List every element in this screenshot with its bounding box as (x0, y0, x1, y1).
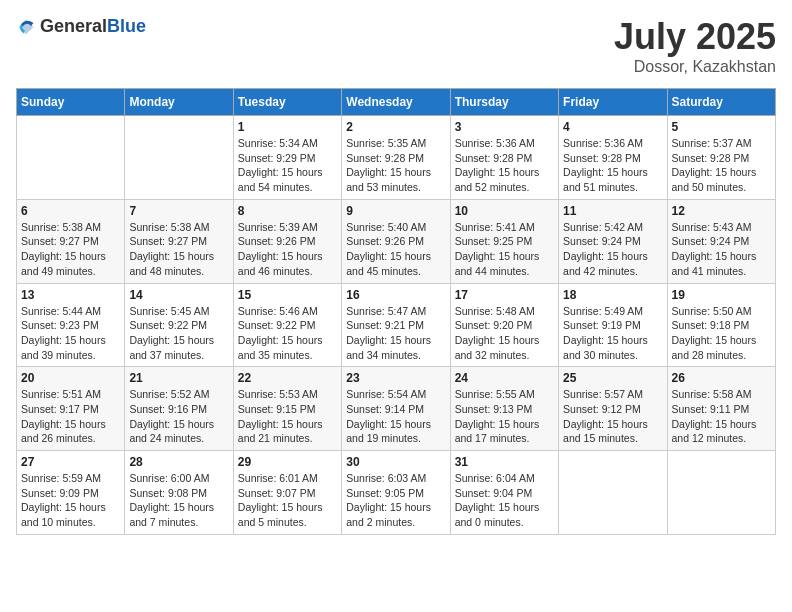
day-info: Sunrise: 5:46 AMSunset: 9:22 PMDaylight:… (238, 304, 337, 363)
calendar-cell: 3Sunrise: 5:36 AMSunset: 9:28 PMDaylight… (450, 116, 558, 200)
day-number: 2 (346, 120, 445, 134)
day-number: 26 (672, 371, 771, 385)
day-info: Sunrise: 6:01 AMSunset: 9:07 PMDaylight:… (238, 471, 337, 530)
logo-icon (16, 17, 36, 37)
weekday-header-sunday: Sunday (17, 89, 125, 116)
day-number: 27 (21, 455, 120, 469)
calendar-cell: 13Sunrise: 5:44 AMSunset: 9:23 PMDayligh… (17, 283, 125, 367)
day-number: 3 (455, 120, 554, 134)
logo: GeneralBlue (16, 16, 146, 37)
day-number: 28 (129, 455, 228, 469)
weekday-header-tuesday: Tuesday (233, 89, 341, 116)
calendar-cell: 31Sunrise: 6:04 AMSunset: 9:04 PMDayligh… (450, 451, 558, 535)
calendar-cell: 14Sunrise: 5:45 AMSunset: 9:22 PMDayligh… (125, 283, 233, 367)
day-info: Sunrise: 5:55 AMSunset: 9:13 PMDaylight:… (455, 387, 554, 446)
day-info: Sunrise: 5:43 AMSunset: 9:24 PMDaylight:… (672, 220, 771, 279)
day-info: Sunrise: 5:36 AMSunset: 9:28 PMDaylight:… (455, 136, 554, 195)
day-info: Sunrise: 5:49 AMSunset: 9:19 PMDaylight:… (563, 304, 662, 363)
location-title: Dossor, Kazakhstan (614, 58, 776, 76)
calendar-table: SundayMondayTuesdayWednesdayThursdayFrid… (16, 88, 776, 535)
calendar-cell: 10Sunrise: 5:41 AMSunset: 9:25 PMDayligh… (450, 199, 558, 283)
day-info: Sunrise: 5:47 AMSunset: 9:21 PMDaylight:… (346, 304, 445, 363)
day-number: 13 (21, 288, 120, 302)
weekday-header-friday: Friday (559, 89, 667, 116)
calendar-cell: 18Sunrise: 5:49 AMSunset: 9:19 PMDayligh… (559, 283, 667, 367)
calendar-cell: 26Sunrise: 5:58 AMSunset: 9:11 PMDayligh… (667, 367, 775, 451)
day-number: 24 (455, 371, 554, 385)
day-number: 14 (129, 288, 228, 302)
calendar-cell: 11Sunrise: 5:42 AMSunset: 9:24 PMDayligh… (559, 199, 667, 283)
weekday-header-monday: Monday (125, 89, 233, 116)
calendar-cell: 21Sunrise: 5:52 AMSunset: 9:16 PMDayligh… (125, 367, 233, 451)
weekday-header-row: SundayMondayTuesdayWednesdayThursdayFrid… (17, 89, 776, 116)
month-title: July 2025 (614, 16, 776, 58)
logo-text: GeneralBlue (40, 16, 146, 37)
day-number: 17 (455, 288, 554, 302)
calendar-cell: 28Sunrise: 6:00 AMSunset: 9:08 PMDayligh… (125, 451, 233, 535)
day-number: 29 (238, 455, 337, 469)
calendar-cell: 4Sunrise: 5:36 AMSunset: 9:28 PMDaylight… (559, 116, 667, 200)
weekday-header-saturday: Saturday (667, 89, 775, 116)
day-info: Sunrise: 5:58 AMSunset: 9:11 PMDaylight:… (672, 387, 771, 446)
day-number: 7 (129, 204, 228, 218)
day-info: Sunrise: 5:51 AMSunset: 9:17 PMDaylight:… (21, 387, 120, 446)
weekday-header-thursday: Thursday (450, 89, 558, 116)
day-number: 5 (672, 120, 771, 134)
day-info: Sunrise: 5:44 AMSunset: 9:23 PMDaylight:… (21, 304, 120, 363)
calendar-cell: 22Sunrise: 5:53 AMSunset: 9:15 PMDayligh… (233, 367, 341, 451)
day-number: 21 (129, 371, 228, 385)
day-info: Sunrise: 5:54 AMSunset: 9:14 PMDaylight:… (346, 387, 445, 446)
day-number: 16 (346, 288, 445, 302)
day-info: Sunrise: 5:52 AMSunset: 9:16 PMDaylight:… (129, 387, 228, 446)
calendar-cell: 5Sunrise: 5:37 AMSunset: 9:28 PMDaylight… (667, 116, 775, 200)
calendar-week-row: 1Sunrise: 5:34 AMSunset: 9:29 PMDaylight… (17, 116, 776, 200)
day-info: Sunrise: 5:53 AMSunset: 9:15 PMDaylight:… (238, 387, 337, 446)
day-info: Sunrise: 5:40 AMSunset: 9:26 PMDaylight:… (346, 220, 445, 279)
day-info: Sunrise: 5:37 AMSunset: 9:28 PMDaylight:… (672, 136, 771, 195)
day-number: 4 (563, 120, 662, 134)
calendar-cell: 29Sunrise: 6:01 AMSunset: 9:07 PMDayligh… (233, 451, 341, 535)
day-number: 23 (346, 371, 445, 385)
day-number: 25 (563, 371, 662, 385)
day-info: Sunrise: 5:38 AMSunset: 9:27 PMDaylight:… (21, 220, 120, 279)
calendar-cell: 12Sunrise: 5:43 AMSunset: 9:24 PMDayligh… (667, 199, 775, 283)
day-info: Sunrise: 5:34 AMSunset: 9:29 PMDaylight:… (238, 136, 337, 195)
day-number: 20 (21, 371, 120, 385)
calendar-cell: 8Sunrise: 5:39 AMSunset: 9:26 PMDaylight… (233, 199, 341, 283)
day-info: Sunrise: 6:03 AMSunset: 9:05 PMDaylight:… (346, 471, 445, 530)
calendar-cell: 19Sunrise: 5:50 AMSunset: 9:18 PMDayligh… (667, 283, 775, 367)
day-number: 1 (238, 120, 337, 134)
calendar-cell: 24Sunrise: 5:55 AMSunset: 9:13 PMDayligh… (450, 367, 558, 451)
day-number: 19 (672, 288, 771, 302)
calendar-cell: 7Sunrise: 5:38 AMSunset: 9:27 PMDaylight… (125, 199, 233, 283)
title-block: July 2025 Dossor, Kazakhstan (614, 16, 776, 76)
calendar-cell (667, 451, 775, 535)
day-info: Sunrise: 5:35 AMSunset: 9:28 PMDaylight:… (346, 136, 445, 195)
day-info: Sunrise: 6:00 AMSunset: 9:08 PMDaylight:… (129, 471, 228, 530)
calendar-week-row: 6Sunrise: 5:38 AMSunset: 9:27 PMDaylight… (17, 199, 776, 283)
day-number: 6 (21, 204, 120, 218)
calendar-week-row: 27Sunrise: 5:59 AMSunset: 9:09 PMDayligh… (17, 451, 776, 535)
calendar-week-row: 20Sunrise: 5:51 AMSunset: 9:17 PMDayligh… (17, 367, 776, 451)
day-info: Sunrise: 5:38 AMSunset: 9:27 PMDaylight:… (129, 220, 228, 279)
weekday-header-wednesday: Wednesday (342, 89, 450, 116)
day-number: 12 (672, 204, 771, 218)
calendar-cell: 27Sunrise: 5:59 AMSunset: 9:09 PMDayligh… (17, 451, 125, 535)
day-number: 9 (346, 204, 445, 218)
calendar-cell (559, 451, 667, 535)
day-info: Sunrise: 5:57 AMSunset: 9:12 PMDaylight:… (563, 387, 662, 446)
calendar-cell: 15Sunrise: 5:46 AMSunset: 9:22 PMDayligh… (233, 283, 341, 367)
day-number: 31 (455, 455, 554, 469)
day-number: 30 (346, 455, 445, 469)
calendar-cell: 17Sunrise: 5:48 AMSunset: 9:20 PMDayligh… (450, 283, 558, 367)
day-info: Sunrise: 5:41 AMSunset: 9:25 PMDaylight:… (455, 220, 554, 279)
day-number: 22 (238, 371, 337, 385)
calendar-cell: 16Sunrise: 5:47 AMSunset: 9:21 PMDayligh… (342, 283, 450, 367)
calendar-week-row: 13Sunrise: 5:44 AMSunset: 9:23 PMDayligh… (17, 283, 776, 367)
calendar-cell: 9Sunrise: 5:40 AMSunset: 9:26 PMDaylight… (342, 199, 450, 283)
day-info: Sunrise: 5:50 AMSunset: 9:18 PMDaylight:… (672, 304, 771, 363)
calendar-cell: 23Sunrise: 5:54 AMSunset: 9:14 PMDayligh… (342, 367, 450, 451)
day-info: Sunrise: 5:45 AMSunset: 9:22 PMDaylight:… (129, 304, 228, 363)
day-info: Sunrise: 5:42 AMSunset: 9:24 PMDaylight:… (563, 220, 662, 279)
calendar-cell: 6Sunrise: 5:38 AMSunset: 9:27 PMDaylight… (17, 199, 125, 283)
